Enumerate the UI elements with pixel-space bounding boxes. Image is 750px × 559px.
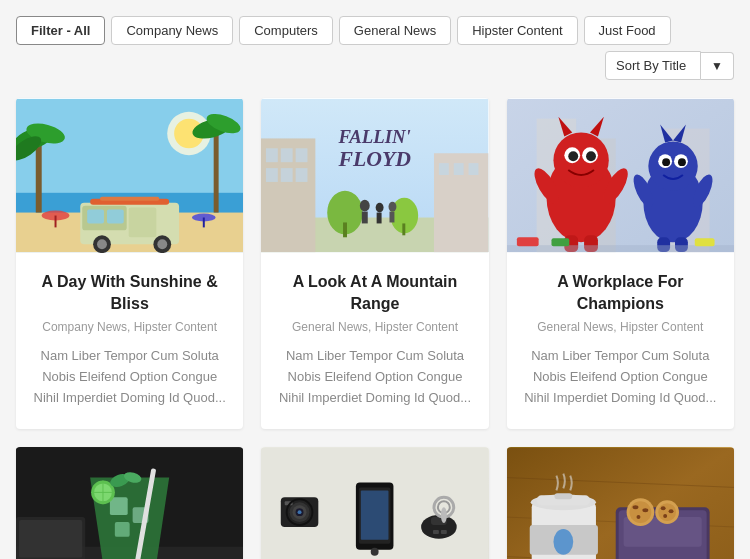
svg-point-44 — [360, 200, 370, 212]
svg-rect-112 — [361, 490, 389, 539]
filter-just-food-button[interactable]: Just Food — [584, 16, 671, 45]
svg-point-111 — [371, 547, 379, 555]
svg-point-18 — [97, 239, 107, 249]
svg-rect-33 — [266, 168, 278, 182]
filter-general-news-button[interactable]: General News — [339, 16, 451, 45]
svg-rect-34 — [281, 168, 293, 182]
svg-rect-38 — [454, 163, 464, 175]
svg-point-61 — [586, 151, 596, 161]
card-2-content: A Look At A Mountain Range General News,… — [261, 253, 488, 429]
filter-company-news-button[interactable]: Company News — [111, 16, 233, 45]
card-1: A Day With Sunshine & Bliss Company News… — [16, 98, 243, 429]
svg-rect-24 — [55, 216, 57, 228]
svg-text:FLOYD: FLOYD — [338, 147, 412, 171]
card-2-categories: General News, Hipster Content — [277, 320, 472, 334]
svg-rect-30 — [266, 148, 278, 162]
svg-rect-32 — [296, 148, 308, 162]
svg-rect-35 — [296, 168, 308, 182]
svg-point-60 — [568, 151, 578, 161]
svg-point-106 — [298, 510, 302, 514]
card-2-excerpt: Nam Liber Tempor Cum Soluta Nobis Eleife… — [277, 346, 472, 408]
svg-rect-83 — [694, 238, 714, 246]
sort-container: Sort By Title Sort By Date ▼ — [605, 51, 734, 80]
filter-bar: Filter - All Company News Computers Gene… — [16, 16, 734, 80]
filter-computers-button[interactable]: Computers — [239, 16, 333, 45]
cards-grid: A Day With Sunshine & Bliss Company News… — [16, 98, 734, 559]
card-5-image — [261, 447, 488, 559]
card-4 — [16, 447, 243, 559]
svg-rect-39 — [469, 163, 479, 175]
svg-point-69 — [648, 141, 697, 190]
svg-rect-119 — [441, 530, 447, 534]
svg-rect-16 — [129, 208, 157, 238]
svg-rect-80 — [507, 245, 734, 252]
svg-rect-47 — [377, 213, 382, 224]
svg-point-139 — [663, 514, 667, 518]
svg-point-145 — [553, 529, 573, 555]
svg-point-134 — [636, 515, 640, 519]
card-3-content: A Workplace For Champions General News, … — [507, 253, 734, 429]
svg-point-46 — [376, 203, 384, 213]
card-5 — [261, 447, 488, 559]
svg-rect-14 — [87, 210, 104, 224]
svg-rect-9 — [214, 129, 219, 213]
svg-point-136 — [658, 503, 676, 521]
card-3-title: A Workplace For Champions — [523, 271, 718, 314]
card-3: A Workplace For Champions General News, … — [507, 98, 734, 429]
filter-all-button[interactable]: Filter - All — [16, 16, 105, 45]
svg-point-117 — [441, 507, 447, 523]
svg-point-137 — [660, 506, 665, 510]
card-1-excerpt: Nam Liber Tempor Cum Soluta Nobis Eleife… — [32, 346, 227, 408]
filter-hipster-content-button[interactable]: Hipster Content — [457, 16, 577, 45]
svg-rect-26 — [203, 218, 205, 228]
sort-select[interactable]: Sort By Title Sort By Date — [605, 51, 701, 80]
card-6-image — [507, 447, 734, 559]
card-2: FALLIN' FLOYD A Look At A Mountain Range… — [261, 98, 488, 429]
svg-rect-5 — [36, 138, 42, 212]
sort-arrow-icon[interactable]: ▼ — [701, 52, 734, 80]
svg-rect-43 — [403, 223, 406, 235]
svg-rect-82 — [551, 238, 569, 246]
svg-rect-31 — [281, 148, 293, 162]
svg-point-57 — [553, 133, 608, 188]
svg-point-133 — [642, 508, 648, 512]
svg-rect-118 — [433, 530, 439, 534]
svg-rect-100 — [19, 520, 82, 558]
svg-point-20 — [157, 239, 167, 249]
svg-rect-41 — [343, 222, 347, 237]
svg-rect-15 — [107, 210, 124, 224]
svg-rect-89 — [110, 497, 128, 515]
card-1-image — [16, 98, 243, 253]
card-1-categories: Company News, Hipster Content — [32, 320, 227, 334]
card-2-title: A Look At A Mountain Range — [277, 271, 472, 314]
card-4-image — [16, 447, 243, 559]
card-6 — [507, 447, 734, 559]
svg-rect-144 — [554, 493, 572, 499]
svg-point-72 — [662, 158, 670, 166]
svg-rect-91 — [115, 522, 130, 537]
svg-point-138 — [668, 509, 673, 513]
svg-rect-22 — [100, 197, 159, 201]
svg-rect-37 — [439, 163, 449, 175]
svg-text:FALLIN': FALLIN' — [338, 126, 411, 147]
card-2-image: FALLIN' FLOYD — [261, 98, 488, 253]
card-3-categories: General News, Hipster Content — [523, 320, 718, 334]
svg-rect-45 — [362, 212, 368, 224]
card-3-excerpt: Nam Liber Tempor Cum Soluta Nobis Eleife… — [523, 346, 718, 408]
svg-point-73 — [678, 158, 686, 166]
svg-point-132 — [632, 505, 638, 509]
card-1-title: A Day With Sunshine & Bliss — [32, 271, 227, 314]
svg-point-48 — [389, 202, 397, 212]
card-3-image — [507, 98, 734, 253]
card-1-content: A Day With Sunshine & Bliss Company News… — [16, 253, 243, 429]
svg-rect-81 — [517, 237, 539, 246]
svg-rect-49 — [390, 212, 395, 223]
svg-point-131 — [629, 501, 651, 523]
